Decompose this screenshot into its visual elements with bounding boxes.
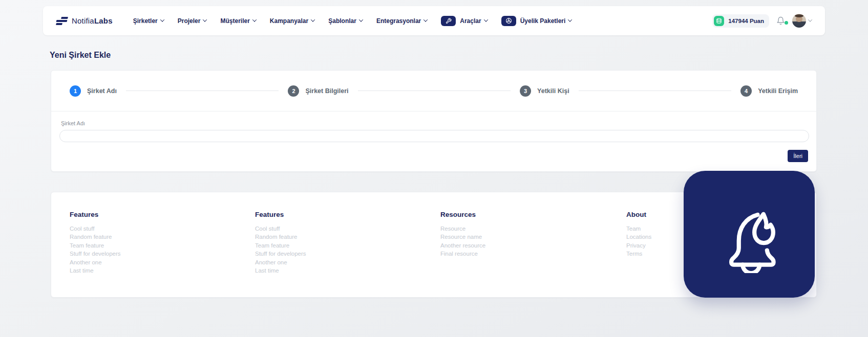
step-connector xyxy=(579,91,732,91)
footer-heading: Features xyxy=(255,211,409,218)
nav-item-sirketler[interactable]: Şirketler xyxy=(133,17,164,25)
page: NotifiaLabs Şirketler Projeler Müşterile… xyxy=(0,0,868,337)
footer-heading: Resources xyxy=(440,211,594,218)
nav-item-sablonlar[interactable]: Şablonlar xyxy=(328,17,363,25)
step-yetkili-kisi[interactable]: 3 Yetkili Kişi xyxy=(520,85,569,97)
footer-column-resources: Resources Resource Resource name Another… xyxy=(440,211,594,258)
company-name-form: Şirket Adı İleri xyxy=(51,111,816,162)
user-menu[interactable] xyxy=(792,14,812,28)
chevron-down-icon xyxy=(311,17,315,21)
chevron-down-icon xyxy=(568,17,572,21)
points-value: 147944 Puan xyxy=(728,18,764,24)
nav-item-label: Müşteriler xyxy=(220,17,249,25)
nav-item-label: Şablonlar xyxy=(328,17,356,25)
brand-logo[interactable]: NotifiaLabs xyxy=(56,16,113,25)
company-name-label: Şirket Adı xyxy=(61,120,808,126)
chevron-down-icon xyxy=(808,17,812,21)
step-connector xyxy=(358,91,511,91)
brand-name-regular: Notifia xyxy=(72,16,94,25)
coins-icon xyxy=(714,16,724,26)
footer-link[interactable]: Another resource xyxy=(440,241,594,250)
footer-link[interactable]: Resource name xyxy=(440,233,594,241)
brand-tile xyxy=(684,171,815,298)
user-avatar xyxy=(792,14,806,28)
points-badge[interactable]: 147944 Puan xyxy=(712,14,769,28)
footer-heading: Features xyxy=(70,211,223,218)
step-yetkili-erisim[interactable]: 4 Yetkili Erişim xyxy=(740,85,798,97)
brand-name-bold: Labs xyxy=(94,16,113,25)
footer-link[interactable]: Random feature xyxy=(255,233,409,241)
main-nav: Şirketler Projeler Müşteriler Kampanyala… xyxy=(133,16,572,26)
nav-item-araclar[interactable]: Araçlar xyxy=(441,16,487,26)
footer-link[interactable]: Last time xyxy=(255,266,409,275)
bell-icon xyxy=(776,16,785,25)
footer-link[interactable]: Team feature xyxy=(70,241,223,250)
nav-item-uyelik-paketleri[interactable]: Üyelik Paketleri xyxy=(501,16,572,26)
footer-link[interactable]: Another one xyxy=(255,258,409,266)
step-connector xyxy=(126,91,279,91)
step-label: Şirket Bilgileri xyxy=(305,87,348,95)
step-sirket-adi[interactable]: 1 Şirket Adı xyxy=(70,85,117,97)
step-sirket-bilgileri[interactable]: 2 Şirket Bilgileri xyxy=(288,85,348,97)
chevron-down-icon xyxy=(483,17,488,21)
footer-column-features-2: Features Cool stuff Random feature Team … xyxy=(255,211,409,275)
online-status-dot xyxy=(785,21,788,25)
nav-item-projeler[interactable]: Projeler xyxy=(178,17,207,25)
step-number-badge: 1 xyxy=(70,85,81,97)
step-label: Yetkili Erişim xyxy=(758,87,798,95)
footer-link[interactable]: Stuff for developers xyxy=(255,250,409,258)
top-navbar: NotifiaLabs Şirketler Projeler Müşterile… xyxy=(43,6,825,35)
company-name-input[interactable] xyxy=(59,130,809,142)
footer-link[interactable]: Another one xyxy=(70,258,223,266)
new-company-card: 1 Şirket Adı 2 Şirket Bilgileri 3 Yetkil… xyxy=(51,70,817,172)
bell-flame-icon xyxy=(710,195,788,273)
wizard-stepper: 1 Şirket Adı 2 Şirket Bilgileri 3 Yetkil… xyxy=(51,71,816,111)
nav-item-label: Şirketler xyxy=(133,17,158,25)
footer-link[interactable]: Random feature xyxy=(70,233,223,241)
nav-item-label: Araçlar xyxy=(460,17,481,25)
nav-item-label: Üyelik Paketleri xyxy=(520,17,566,25)
nav-item-entegrasyonlar[interactable]: Entegrasyonlar xyxy=(376,17,427,25)
footer-link[interactable]: Final resource xyxy=(440,250,594,258)
step-number-badge: 2 xyxy=(288,85,299,97)
chevron-down-icon xyxy=(359,17,363,21)
nav-item-kampanyalar[interactable]: Kampanyalar xyxy=(270,17,314,25)
chevron-down-icon xyxy=(252,17,257,21)
brand-logo-icon xyxy=(55,17,68,25)
footer-link[interactable]: Team feature xyxy=(255,241,409,250)
chevron-down-icon xyxy=(160,17,164,21)
step-number-badge: 3 xyxy=(520,85,531,97)
nav-item-label: Entegrasyonlar xyxy=(376,17,421,25)
step-label: Şirket Adı xyxy=(87,87,117,95)
nav-item-label: Projeler xyxy=(178,17,201,25)
notifications-button[interactable] xyxy=(776,16,785,25)
footer-link[interactable]: Cool stuff xyxy=(70,224,223,233)
footer-link[interactable]: Last time xyxy=(70,266,223,275)
footer-link[interactable]: Resource xyxy=(440,224,594,233)
footer-link[interactable]: Cool stuff xyxy=(255,224,409,233)
steering-wheel-icon xyxy=(501,16,516,26)
chevron-down-icon xyxy=(203,17,207,21)
button-row: İleri xyxy=(59,150,808,162)
chevron-down-icon xyxy=(424,17,428,21)
footer-link[interactable]: Stuff for developers xyxy=(70,250,223,258)
step-label: Yetkili Kişi xyxy=(537,87,569,95)
brand-logo-text: NotifiaLabs xyxy=(72,16,113,25)
next-button[interactable]: İleri xyxy=(788,150,808,162)
header-right: 147944 Puan xyxy=(712,14,812,28)
page-title: Yeni Şirket Ekle xyxy=(50,51,111,60)
nav-item-musteriler[interactable]: Müşteriler xyxy=(220,17,256,25)
step-number-badge: 4 xyxy=(740,85,752,97)
nav-item-label: Kampanyalar xyxy=(270,17,308,25)
wrench-icon xyxy=(441,16,456,26)
footer-column-features-1: Features Cool stuff Random feature Team … xyxy=(70,211,223,275)
